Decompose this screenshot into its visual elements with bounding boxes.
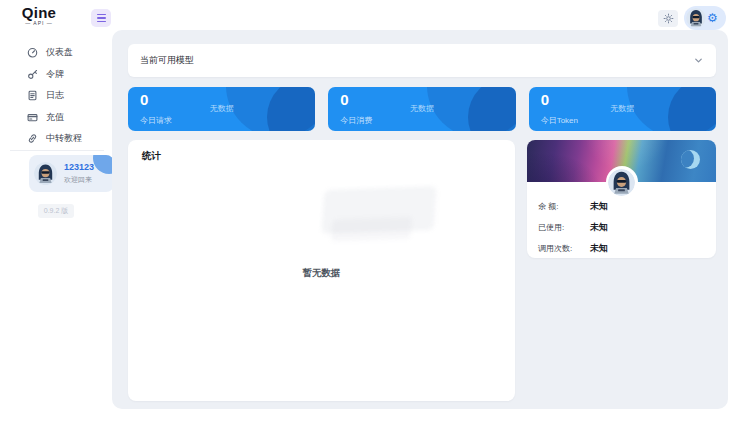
account-row-label: 调用次数: (538, 243, 590, 254)
stat-cards-row: 0 无数据 今日请求 0 无数据 今日消费 0 无数据 今日Token (128, 87, 716, 131)
version-badge: 0.9.2 版 (38, 204, 75, 218)
account-row-label: 余 额: (538, 201, 590, 212)
account-summary-card: 余 额: 未知 已使用: 未知 调用次数: 未知 (527, 140, 716, 258)
sidebar-divider (10, 150, 104, 151)
account-row-value: 未知 (590, 200, 608, 213)
hamburger-icon (97, 21, 106, 23)
hamburger-icon (97, 14, 106, 16)
empty-chart-placeholder (321, 186, 436, 234)
statistics-title: 统计 (142, 150, 161, 163)
account-row-label: 已使用: (538, 222, 590, 233)
account-row-value: 未知 (590, 221, 608, 234)
account-row-value: 未知 (590, 242, 608, 255)
user-avatar (608, 169, 635, 196)
stat-label: 今日消费 (340, 115, 372, 126)
stat-label: 今日请求 (140, 115, 172, 126)
chevron-down-icon (693, 55, 704, 66)
sidebar-item-label: 充值 (46, 111, 64, 124)
main-panel: 当前可用模型 0 无数据 今日请求 0 无数据 今日消费 0 无数据 今日Tok… (112, 30, 728, 409)
account-avatar-ring (606, 166, 638, 198)
sidebar-user-card[interactable]: 123123 欢迎回来 (29, 155, 114, 192)
stat-empty-text: 无数据 (128, 103, 315, 114)
account-row-balance: 余 额: 未知 (538, 200, 704, 213)
stat-card-tokens: 0 无数据 今日Token (529, 87, 716, 131)
stat-empty-text: 无数据 (529, 103, 716, 114)
sidebar-toggle-button[interactable] (91, 9, 111, 27)
sidebar-item-label: 中转教程 (46, 132, 82, 145)
available-models-label: 当前可用模型 (140, 54, 194, 67)
stat-label: 今日Token (541, 115, 578, 126)
available-models-select[interactable]: 当前可用模型 (128, 44, 716, 77)
sidebar-item-dashboard[interactable]: 仪表盘 (0, 42, 112, 64)
user-card-decoration (93, 155, 114, 174)
user-avatar (34, 162, 57, 185)
sidebar-item-recharge[interactable]: 充值 (0, 107, 112, 129)
greeting-text: 欢迎回来 (64, 175, 92, 185)
brand-logo: Qine — API — (16, 5, 62, 26)
key-icon (27, 69, 38, 80)
app-window: Qine — API — ⚙ 仪表盘 (0, 0, 736, 425)
gear-icon: ⚙ (707, 12, 718, 24)
sidebar-item-label: 仪表盘 (46, 46, 73, 59)
stat-card-requests: 0 无数据 今日请求 (128, 87, 315, 131)
sidebar-item-tutorial[interactable]: 中转教程 (0, 128, 112, 150)
account-row-calls: 调用次数: 未知 (538, 242, 704, 255)
sidebar-item-label: 令牌 (46, 68, 64, 81)
stat-card-consumption: 0 无数据 今日消费 (328, 87, 515, 131)
theme-toggle-button[interactable] (658, 10, 678, 27)
sun-icon (663, 13, 674, 24)
version-badge-wrap: 0.9.2 版 (0, 199, 112, 218)
link-icon (27, 133, 38, 144)
sidebar-item-logs[interactable]: 日志 (0, 85, 112, 107)
hamburger-icon (97, 17, 106, 19)
brand-name: Qine (16, 5, 62, 21)
sidebar-item-label: 日志 (46, 89, 64, 102)
username: 123123 (64, 162, 94, 172)
stat-empty-text: 无数据 (328, 103, 515, 114)
log-file-icon (27, 90, 38, 101)
sidebar-nav: 仪表盘 令牌 日志 充值 (0, 42, 112, 150)
statistics-panel: 统计 暂无数据 (128, 140, 515, 401)
dashboard-gauge-icon (27, 47, 38, 58)
header-user-menu[interactable]: ⚙ (684, 6, 726, 30)
account-row-used: 已使用: 未知 (538, 221, 704, 234)
crescent-moon-icon (681, 150, 700, 169)
credit-card-icon (27, 112, 38, 123)
sidebar-item-tokens[interactable]: 令牌 (0, 64, 112, 86)
user-avatar (686, 8, 706, 28)
no-data-text: 暂无数据 (128, 267, 515, 280)
